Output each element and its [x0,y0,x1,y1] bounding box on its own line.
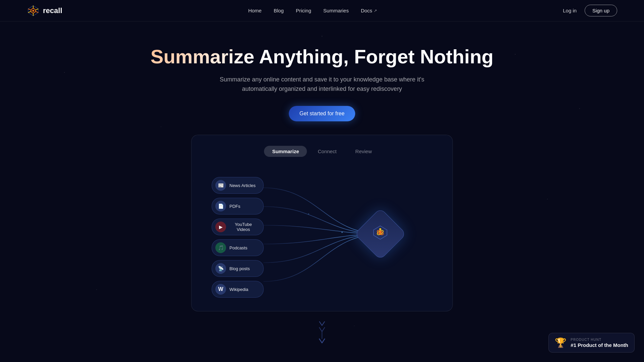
hero-title: Summarize Anything, Forget Nothing [13,46,631,68]
nav-actions: Log in Sign up [563,5,617,16]
content-nodes: 📰 News Articles 📄 PDFs ▶ YouTube Videos … [212,177,264,298]
podcasts-icon: 🎵 [215,242,226,253]
demo-panel: Summarize Connect Review [191,135,453,311]
svg-line-6 [36,9,39,10]
node-blogs: 📡 Blog posts [212,260,264,277]
node-podcasts-label: Podcasts [229,245,247,250]
svg-line-5 [36,11,39,12]
svg-point-11 [308,214,309,215]
nav-summaries[interactable]: Summaries [323,8,349,13]
trophy-icon: 🏆 [555,337,567,348]
ph-text: PRODUCT HUNT #1 Product of the Month [571,338,628,348]
center-recall-logo [362,216,399,252]
demo-tabs: Summarize Connect Review [192,146,452,157]
node-wikipedia-label: Wikipedia [229,287,248,292]
diagram: 📰 News Articles 📄 PDFs ▶ YouTube Videos … [192,170,452,298]
logo[interactable]: recall [27,4,62,17]
scroll-arrow[interactable] [13,311,631,353]
tab-connect[interactable]: Connect [310,146,344,157]
nav-docs[interactable]: Docs ↗ [361,8,377,13]
navbar: recall Home Blog Pricing Summaries Docs … [0,0,644,21]
svg-line-7 [28,11,31,12]
hero-section: Summarize Anything, Forget Nothing Summa… [0,21,644,362]
wikipedia-icon: W [215,284,226,295]
brand-name: recall [43,6,62,15]
svg-point-10 [341,232,343,233]
svg-point-16 [379,228,381,230]
external-link-icon: ↗ [374,8,377,13]
node-wikipedia: W Wikipedia [212,281,264,298]
nav-pricing[interactable]: Pricing [296,8,311,13]
node-news: 📰 News Articles [212,177,264,194]
node-pdfs-label: PDFs [229,204,240,209]
tab-review[interactable]: Review [347,146,380,157]
product-hunt-badge[interactable]: 🏆 PRODUCT HUNT #1 Product of the Month [548,333,635,353]
hero-subtitle: Summarize any online content and save it… [205,75,439,94]
nav-links: Home Blog Pricing Summaries Docs ↗ [248,8,377,13]
ph-badge-text: #1 Product of the Month [571,342,628,348]
node-podcasts: 🎵 Podcasts [212,239,264,256]
nav-blog[interactable]: Blog [274,8,284,13]
node-youtube-label: YouTube Videos [229,222,257,232]
node-news-label: News Articles [229,183,256,188]
blogs-icon: 📡 [215,263,226,274]
login-button[interactable]: Log in [563,8,577,13]
cta-button[interactable]: Get started for free [289,106,355,121]
news-icon: 📰 [215,180,226,191]
signup-button[interactable]: Sign up [585,5,617,16]
node-blogs-label: Blog posts [229,266,250,271]
node-pdfs: 📄 PDFs [212,198,264,215]
youtube-icon: ▶ [215,222,226,232]
ph-label: PRODUCT HUNT [571,338,628,342]
nav-home[interactable]: Home [248,8,262,13]
svg-line-4 [28,9,31,10]
svg-point-8 [32,10,34,12]
node-youtube: ▶ YouTube Videos [212,219,264,235]
pdfs-icon: 📄 [215,201,226,212]
down-arrow-icon [317,321,327,345]
tab-summarize[interactable]: Summarize [264,146,307,157]
